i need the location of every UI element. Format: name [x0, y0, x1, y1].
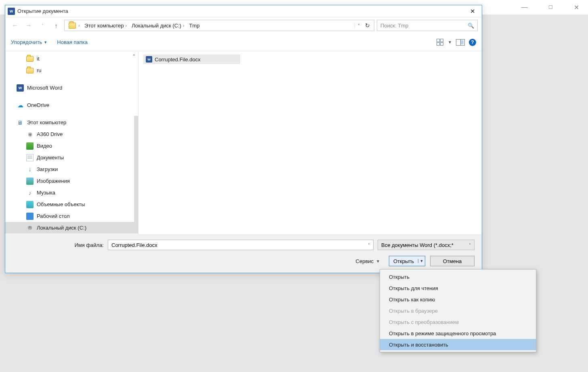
sidebar-item[interactable]: ⛃Локальный диск (C:) — [5, 222, 138, 234]
filter-value: Все документы Word (*.docx;* — [381, 242, 454, 248]
sidebar-item[interactable]: ↓Загрузки — [5, 163, 138, 175]
sidebar-item-label: Рабочий стол — [37, 213, 70, 219]
tools-menu[interactable]: Сервис ▼ — [356, 258, 380, 264]
open-dialog: W Открытие документа ✕ ← → ˅ ↑ › Этот ко… — [5, 5, 482, 273]
view-options-button[interactable]: ▼ — [437, 39, 452, 46]
pictures-icon — [26, 178, 34, 185]
menu-item[interactable]: Открыть для чтения — [380, 282, 536, 294]
word-icon: W — [146, 56, 152, 63]
filename-value: Corrupted.File.docx — [111, 242, 157, 248]
desktop-icon — [26, 213, 34, 220]
sidebar-item[interactable]: ♪Музыка — [5, 187, 138, 199]
menu-item[interactable]: Открыть как копию — [380, 294, 536, 305]
sidebar-item-label: Музыка — [37, 190, 55, 196]
sidebar-item-label: OneDrive — [27, 102, 49, 108]
nav-history-button[interactable]: ˅ — [37, 20, 48, 31]
tools-label: Сервис — [356, 258, 374, 264]
open-dropdown-button[interactable]: ▼ — [418, 259, 425, 263]
menu-item: Открыть в браузере — [380, 305, 536, 316]
toolbar-row: Упорядочить ▼ Новая папка ▼ ? — [5, 33, 482, 51]
menu-item[interactable]: Открыть и восстановить — [380, 339, 536, 350]
nav-forward-button[interactable]: → — [23, 20, 34, 31]
breadcrumb-drive[interactable]: Локальный диск (C:)› — [129, 20, 187, 31]
dialog-close-button[interactable]: ✕ — [465, 6, 480, 17]
nav-up-button[interactable]: ↑ — [50, 20, 62, 31]
dialog-footer: Имя файла: Corrupted.File.docx ˅ Все док… — [5, 234, 482, 273]
file-type-filter[interactable]: Все документы Word (*.docx;* ˅ — [378, 240, 475, 250]
video-icon — [26, 142, 34, 150]
sidebar-item[interactable]: ru — [5, 65, 138, 76]
chevron-down-icon: ˅ — [469, 243, 471, 247]
menu-item[interactable]: Открыть в режиме защищенного просмотра — [380, 328, 536, 339]
sidebar-item-label: Документы — [37, 155, 64, 161]
sidebar-item-label: it — [37, 56, 40, 62]
breadcrumb-root[interactable]: Этот компьютер› — [82, 20, 129, 31]
filename-label: Имя файла: — [69, 242, 104, 248]
help-button[interactable]: ? — [469, 39, 476, 46]
menu-item[interactable]: Открыть — [380, 271, 536, 282]
open-button[interactable]: Открыть — [389, 256, 418, 266]
sidebar-item[interactable]: Документы — [5, 152, 138, 163]
sidebar-expand-caret[interactable]: ⌃ — [132, 54, 136, 59]
breadcrumb-folder[interactable]: Tmp — [187, 20, 202, 31]
open-dropdown-menu: ОткрытьОткрыть для чтенияОткрыть как коп… — [380, 269, 536, 352]
sidebar-item[interactable]: 🖥Этот компьютер — [5, 117, 138, 128]
navigation-sidebar: ⌃ itruWMicrosoft Word☁OneDrive🖥Этот комп… — [5, 51, 139, 234]
breadcrumb-dropdown[interactable]: ˅ — [355, 23, 363, 28]
sidebar-item[interactable]: Изображения — [5, 175, 138, 187]
music-icon: ♪ — [26, 189, 34, 196]
sidebar-item-label: Видео — [37, 143, 52, 149]
organize-menu[interactable]: Упорядочить ▼ — [11, 39, 47, 45]
onedrive-icon: ☁ — [17, 102, 24, 109]
organize-label: Упорядочить — [11, 39, 42, 45]
breadcrumb-root-label: Этот компьютер — [84, 23, 124, 29]
folder-icon — [26, 68, 34, 73]
maximize-button[interactable]: ☐ — [541, 1, 560, 13]
sidebar-item-label: Объемные объекты — [37, 201, 85, 207]
sidebar-item-label: Изображения — [37, 178, 70, 184]
word-icon: W — [8, 8, 15, 15]
chevron-down-icon: ▼ — [448, 40, 452, 44]
refresh-button[interactable]: ↻ — [363, 22, 372, 29]
sidebar-item[interactable]: Объемные объекты — [5, 199, 138, 210]
sidebar-item[interactable]: ◉A360 Drive — [5, 128, 138, 140]
documents-icon — [26, 154, 34, 161]
search-box[interactable]: Поиск: Tmp 🔍 — [377, 20, 478, 31]
dialog-titlebar[interactable]: W Открытие документа ✕ — [5, 5, 482, 17]
sidebar-item-label: A360 Drive — [37, 131, 63, 137]
search-placeholder: Поиск: Tmp — [380, 23, 408, 29]
chevron-down-icon: ▼ — [376, 259, 380, 263]
new-folder-button[interactable]: Новая папка — [57, 39, 88, 45]
breadcrumb-bar[interactable]: › Этот компьютер› Локальный диск (C:)› T… — [64, 20, 374, 31]
cancel-button[interactable]: Отмена — [430, 256, 475, 266]
sidebar-item-label: Локальный диск (C:) — [37, 225, 86, 231]
dialog-title: Открытие документа — [17, 8, 68, 14]
downloads-icon: ↓ — [26, 166, 34, 173]
a360-icon: ◉ — [26, 131, 34, 138]
breadcrumb-folder-icon[interactable]: › — [66, 20, 82, 31]
views-icon — [437, 39, 445, 46]
dialog-body: ⌃ itruWMicrosoft Word☁OneDrive🖥Этот комп… — [5, 51, 482, 234]
new-folder-label: Новая папка — [57, 39, 88, 45]
sidebar-item[interactable]: ☁OneDrive — [5, 99, 138, 111]
sidebar-item[interactable]: WMicrosoft Word — [5, 82, 138, 94]
file-list-area[interactable]: WCorrupted.File.docx — [139, 51, 482, 234]
chevron-down-icon: ▼ — [44, 40, 47, 44]
file-item[interactable]: WCorrupted.File.docx — [143, 54, 240, 64]
sidebar-scrollbar[interactable] — [134, 116, 138, 229]
menu-item: Открыть с преобразованием — [380, 316, 536, 328]
open-split-button[interactable]: Открыть ▼ — [389, 256, 425, 266]
3d-objects-icon — [26, 201, 34, 208]
nav-back-button[interactable]: ← — [9, 20, 21, 31]
preview-pane-button[interactable] — [456, 39, 465, 46]
filename-input[interactable]: Corrupted.File.docx ˅ — [108, 240, 374, 250]
close-button[interactable]: ✕ — [567, 1, 586, 13]
sidebar-item[interactable]: Видео — [5, 140, 138, 152]
sidebar-item-label: Загрузки — [37, 166, 58, 172]
minimize-button[interactable]: — — [515, 1, 534, 13]
word-icon: W — [17, 84, 24, 92]
sidebar-item-label: Этот компьютер — [27, 119, 66, 125]
sidebar-item[interactable]: it — [5, 53, 138, 65]
sidebar-item[interactable]: Рабочий стол — [5, 210, 138, 222]
chevron-down-icon: ˅ — [368, 243, 370, 247]
